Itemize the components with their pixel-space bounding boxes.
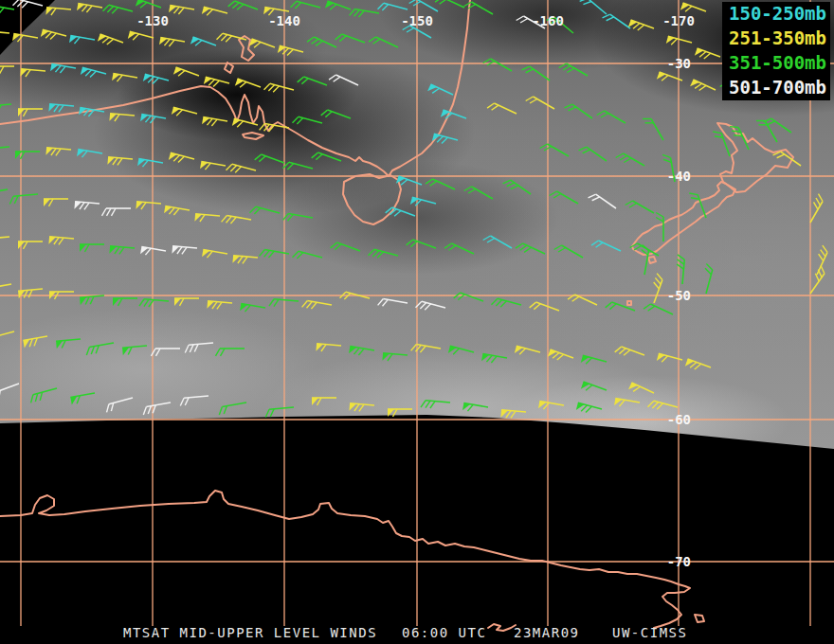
wind-barb	[169, 5, 194, 13]
legend-entry-251-350mb: 251-350mb	[722, 27, 830, 51]
wind-barb	[713, 132, 730, 156]
wind-barb	[50, 63, 76, 72]
wind-barb	[109, 114, 135, 121]
wind-barb	[264, 83, 294, 92]
wind-barb	[515, 346, 540, 354]
latitude-label: -40	[667, 169, 691, 184]
wind-barb	[581, 382, 607, 390]
wind-barb	[0, 66, 14, 74]
wind-barb	[349, 346, 374, 354]
wind-barb	[416, 301, 445, 310]
wind-barb	[559, 63, 588, 76]
wind-barb	[139, 299, 169, 307]
wind-barb	[9, 194, 38, 204]
wind-barb	[202, 7, 227, 15]
wind-barb	[109, 246, 135, 255]
wind-barb	[164, 206, 190, 214]
wind-barb	[102, 208, 132, 216]
wind-barb	[15, 152, 40, 159]
wind-barb	[411, 344, 441, 352]
coastline-nz-south-island	[632, 182, 735, 255]
longitude-label: -140	[268, 13, 300, 28]
latitude-label: -30	[667, 56, 691, 71]
wind-barb	[538, 401, 564, 409]
wind-barb	[293, 251, 322, 259]
wind-barb	[41, 29, 66, 39]
wind-barb	[325, 1, 351, 9]
pressure-level-legend: 150-250mb251-350mb351-500mb501-700mb	[722, 2, 830, 100]
latitude-label: -50	[667, 288, 691, 303]
wind-barb	[12, 33, 38, 42]
wind-barb	[180, 396, 208, 405]
wind-barb	[409, 0, 438, 11]
wind-barb	[137, 158, 163, 167]
wind-barb	[589, 194, 616, 208]
product-title: MTSAT MID-UPPER LEVEL WINDS	[123, 625, 377, 640]
wind-barb	[45, 148, 71, 156]
wind-barb	[202, 249, 227, 258]
wind-barb	[143, 402, 171, 415]
wind-barb	[644, 304, 673, 314]
wind-barb	[18, 242, 43, 249]
wind-barb	[554, 245, 583, 258]
wind-barb	[44, 199, 68, 206]
wind-barb	[628, 20, 654, 30]
coastline-small-islet	[627, 301, 631, 305]
wind-barb	[677, 255, 684, 284]
longitude-label: -130	[136, 13, 169, 28]
longitude-label: -160	[532, 13, 564, 28]
wind-barb	[530, 302, 559, 311]
wind-barb	[386, 207, 415, 216]
wind-barb	[0, 104, 11, 114]
coastline-stewart-island	[648, 257, 656, 263]
wind-barbs	[0, 0, 827, 418]
wind-barb	[481, 353, 507, 362]
wind-barb	[293, 116, 322, 124]
wind-barb	[335, 34, 365, 43]
wind-barb	[249, 39, 275, 47]
latitude-label: -60	[667, 412, 691, 427]
wind-barb	[107, 157, 133, 166]
latitude-label: -70	[667, 554, 691, 569]
wind-barb	[407, 240, 436, 248]
coastline-tasmania	[343, 174, 401, 224]
longitude-label: -150	[401, 13, 433, 28]
wind-barb	[454, 293, 483, 301]
wind-barb	[522, 66, 550, 80]
wind-barb	[56, 339, 81, 349]
wind-barb	[173, 67, 199, 76]
wind-barb	[444, 243, 474, 254]
wind-barb	[773, 152, 801, 166]
wind-barb	[448, 346, 474, 354]
wind-barb	[500, 410, 526, 419]
wind-barb	[18, 109, 43, 116]
wind-barb	[255, 154, 284, 163]
wind-barb	[185, 343, 213, 352]
wind-barb	[756, 120, 777, 142]
wind-barb	[540, 144, 569, 156]
wind-barb	[0, 147, 9, 156]
wind-barb	[680, 3, 706, 11]
wind-barb	[685, 359, 711, 369]
wind-barb	[77, 3, 102, 11]
wind-barb	[616, 153, 644, 166]
wind-barb	[321, 110, 351, 118]
wind-barb	[378, 3, 408, 10]
coastline-nz-north-island	[717, 123, 793, 192]
wind-barb	[31, 388, 57, 402]
wind-barb	[369, 37, 398, 47]
map-overlay: -30-40-50-60-70-130-140-150-160-170	[0, 0, 834, 644]
wind-barb	[421, 401, 450, 408]
wind-barb	[576, 402, 602, 412]
wind-barb	[435, 0, 464, 8]
wind-barb	[152, 349, 181, 356]
wind-barb	[200, 161, 226, 170]
wind-barb	[656, 213, 663, 242]
wind-barb	[70, 393, 95, 404]
wind-barb	[202, 116, 227, 125]
wind-barb	[548, 349, 573, 360]
wind-barb	[0, 384, 19, 401]
wind-barb	[492, 298, 521, 307]
longitude-label: -170	[662, 13, 695, 28]
wind-barb	[283, 162, 313, 170]
